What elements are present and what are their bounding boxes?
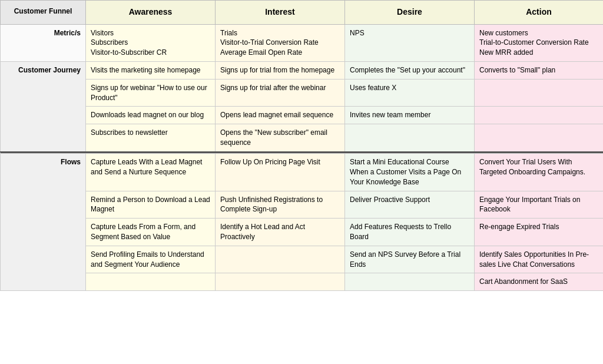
journey-1-awareness: Signs up for webinar "How to use our Pro… bbox=[86, 79, 216, 107]
flows-2-interest: Identify a Hot Lead and Act Proactively bbox=[216, 219, 345, 246]
journey-2-awareness: Downloads lead magnet on our blog bbox=[86, 107, 216, 124]
flows-3-interest bbox=[216, 246, 345, 273]
flows-row-3: Send Profiling Emails to Understand and … bbox=[1, 246, 604, 273]
flows-3-awareness: Send Profiling Emails to Understand and … bbox=[86, 246, 216, 273]
col-funnel-header: Customer Funnel bbox=[1, 1, 86, 25]
flows-row-0: Flows Capture Leads With a Lead Magnet a… bbox=[1, 154, 604, 191]
journey-3-action bbox=[475, 124, 604, 152]
journey-row-3: Subscribes to newsletter Opens the "New … bbox=[1, 124, 604, 152]
col-desire-header: Desire bbox=[345, 1, 475, 25]
journey-0-interest: Signs up for trial from the homepage bbox=[216, 61, 345, 79]
journey-label: Customer Journey bbox=[1, 61, 86, 151]
flows-4-interest bbox=[216, 273, 345, 291]
flows-2-awareness: Capture Leads From a Form, and Segment B… bbox=[86, 219, 216, 246]
flows-row-4: Cart Abandonment for SaaS bbox=[1, 273, 604, 291]
flows-label: Flows bbox=[1, 154, 86, 291]
flows-3-action: Identify Sales Opportunities In Pre-sale… bbox=[475, 246, 604, 273]
metrics-awareness: Visitors Subscribers Visitor-to-Subscrib… bbox=[86, 24, 216, 61]
journey-3-interest: Opens the "New subscriber" email sequenc… bbox=[216, 124, 345, 152]
journey-row-0: Customer Journey Visits the marketing si… bbox=[1, 61, 604, 79]
flows-2-desire: Add Features Requests to Trello Board bbox=[345, 219, 475, 246]
metrics-desire: NPS bbox=[345, 24, 475, 61]
flows-0-interest: Follow Up On Pricing Page Visit bbox=[216, 154, 345, 191]
flows-4-action: Cart Abandonment for SaaS bbox=[475, 273, 604, 291]
col-interest-header: Interest bbox=[216, 1, 345, 25]
journey-3-awareness: Subscribes to newsletter bbox=[86, 124, 216, 152]
flows-1-desire: Deliver Proactive Support bbox=[345, 191, 475, 219]
journey-0-desire: Completes the "Set up your account" bbox=[345, 61, 475, 79]
flows-1-interest: Push Unfinished Registrations to Complet… bbox=[216, 191, 345, 219]
journey-2-interest: Opens lead magnet email sequence bbox=[216, 107, 345, 124]
journey-3-desire bbox=[345, 124, 475, 152]
header-row: Customer Funnel Awareness Interest Desir… bbox=[1, 1, 604, 25]
journey-0-action: Converts to "Small" plan bbox=[475, 61, 604, 79]
journey-row-2: Downloads lead magnet on our blog Opens … bbox=[1, 107, 604, 124]
col-awareness-header: Awareness bbox=[86, 1, 216, 25]
metrics-interest: Trials Visitor-to-Trial Conversion Rate … bbox=[216, 24, 345, 61]
journey-row-1: Signs up for webinar "How to use our Pro… bbox=[1, 79, 604, 107]
metrics-action: New customers Trial-to-Customer Conversi… bbox=[475, 24, 604, 61]
flows-0-awareness: Capture Leads With a Lead Magnet and Sen… bbox=[86, 154, 216, 191]
flows-4-desire bbox=[345, 273, 475, 291]
col-action-header: Action bbox=[475, 1, 604, 25]
flows-row-1: Remind a Person to Download a Lead Magne… bbox=[1, 191, 604, 219]
flows-4-awareness bbox=[86, 273, 216, 291]
metrics-row: Metric/s Visitors Subscribers Visitor-to… bbox=[1, 24, 604, 61]
journey-2-action bbox=[475, 107, 604, 124]
journey-1-action bbox=[475, 79, 604, 107]
journey-2-desire: Invites new team member bbox=[345, 107, 475, 124]
journey-0-awareness: Visits the marketing site homepage bbox=[86, 61, 216, 79]
journey-1-interest: Signs up for trial after the webinar bbox=[216, 79, 345, 107]
flows-3-desire: Send an NPS Survey Before a Trial Ends bbox=[345, 246, 475, 273]
flows-row-2: Capture Leads From a Form, and Segment B… bbox=[1, 219, 604, 246]
flows-2-action: Re-engage Expired Trials bbox=[475, 219, 604, 246]
flows-0-action: Convert Your Trial Users With Targeted O… bbox=[475, 154, 604, 191]
flows-0-desire: Start a Mini Educational Course When a C… bbox=[345, 154, 475, 191]
flows-1-awareness: Remind a Person to Download a Lead Magne… bbox=[86, 191, 216, 219]
journey-1-desire: Uses feature X bbox=[345, 79, 475, 107]
metrics-label: Metric/s bbox=[1, 24, 86, 61]
flows-1-action: Engage Your Important Trials on Facebook bbox=[475, 191, 604, 219]
